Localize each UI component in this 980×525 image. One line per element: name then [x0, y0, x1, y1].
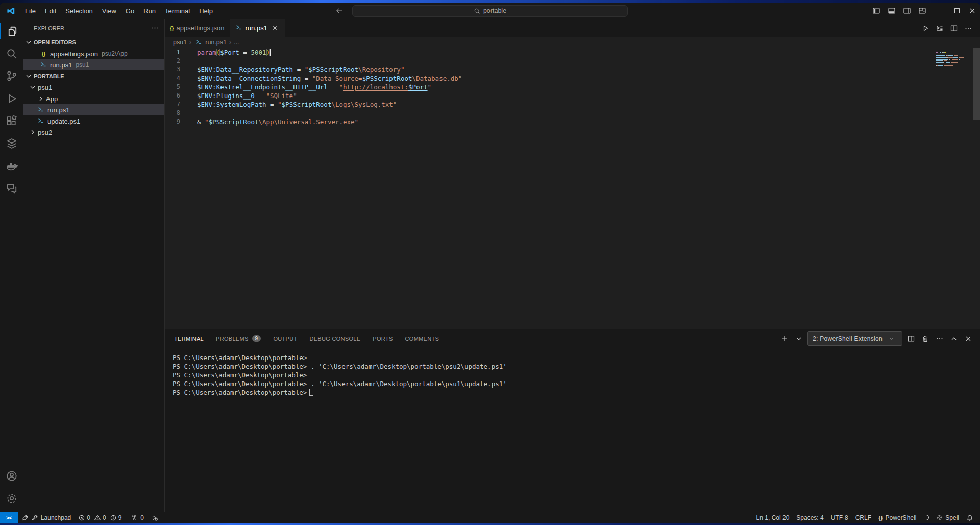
activity-settings[interactable] — [0, 487, 23, 510]
tree-item-psu1[interactable]: psu1 — [23, 82, 164, 93]
menu-view[interactable]: View — [97, 6, 121, 16]
code-text: $ENV:Data__ConnectionString = "Data Sour… — [197, 74, 462, 83]
language-mode[interactable]: {}PowerShell — [875, 512, 920, 523]
tab-appsettings.json[interactable]: {}appsettings.json — [165, 19, 230, 37]
status-label: UTF-8 — [831, 514, 848, 521]
token: ) — [266, 49, 271, 56]
close-tab[interactable] — [271, 23, 280, 33]
token: $ENV:Plugins__0 — [197, 92, 255, 100]
layout-controls — [869, 3, 930, 18]
problems-summary[interactable]: 009 — [75, 512, 127, 523]
cursor-position[interactable]: Ln 1, Col 20 — [753, 512, 793, 523]
tab-run.ps1[interactable]: run.ps1 — [230, 19, 285, 37]
code-text: $ENV:Kestrel__Endpoints__HTTP__Url = "ht… — [197, 83, 431, 91]
menu-help[interactable]: Help — [194, 6, 217, 16]
maximize-icon[interactable] — [949, 3, 965, 18]
panel-tab-debug-console[interactable]: DEBUG CONSOLE — [309, 329, 360, 347]
activity-explorer[interactable] — [0, 20, 23, 42]
activity-docker[interactable] — [0, 155, 23, 177]
minimap-line — [936, 57, 973, 58]
open-editor-item[interactable]: {}appsettings.jsonpsu2\App — [23, 48, 164, 59]
menu-run[interactable]: Run — [139, 6, 160, 16]
minimap[interactable] — [936, 52, 973, 67]
json-file-icon: {} — [170, 25, 174, 31]
problems-count: 9 — [118, 514, 122, 521]
code-editor[interactable]: 1param($Port = 5001)23$ENV:Data__Reposit… — [165, 48, 980, 329]
run-with-profile-icon[interactable] — [933, 21, 946, 35]
terminal-output[interactable]: PS C:\Users\adamr\Desktop\portable>PS C:… — [165, 347, 980, 512]
open-editors-header[interactable]: OPEN EDITORS — [23, 37, 164, 48]
folder-section-header[interactable]: PORTABLE — [23, 70, 164, 82]
terminal-line: PS C:\Users\adamr\Desktop\portable> — [173, 388, 980, 397]
split-editor-icon[interactable] — [947, 21, 961, 35]
run-script-icon[interactable] — [919, 21, 932, 35]
tree-item-App[interactable]: App — [23, 93, 164, 104]
maximize-panel-icon[interactable] — [948, 333, 960, 344]
terminal-instance-select[interactable]: 2: PowerShell Extension — [807, 331, 902, 346]
panel-tab-problems[interactable]: PROBLEMS9 — [216, 329, 261, 347]
tree-item-runps1[interactable]: run.ps1 — [23, 104, 164, 115]
toggle-secondary-sidebar-icon[interactable] — [899, 3, 915, 18]
ports-forwarded[interactable]: 0 — [127, 512, 148, 523]
command-center-search[interactable]: portable — [352, 5, 628, 17]
minimap-line — [936, 60, 973, 61]
panel-actions: 2: PowerShell Extension — [779, 331, 980, 346]
open-editor-item[interactable]: run.ps1psu1 — [23, 59, 164, 70]
launchpad-button[interactable]: Launchpad — [18, 512, 75, 523]
plus-icon[interactable] — [779, 333, 790, 344]
line-number: 8 — [165, 109, 180, 117]
activity-layers[interactable] — [0, 132, 23, 155]
chevron-down — [29, 83, 37, 91]
breadcrumb[interactable]: psu1›run.ps1›... — [165, 37, 980, 48]
activity-account[interactable] — [0, 465, 23, 487]
section-label: PORTABLE — [34, 73, 64, 79]
menu-terminal[interactable]: Terminal — [160, 6, 194, 16]
panel-tab-comments[interactable]: COMMENTS — [405, 329, 439, 347]
kill-terminal-icon[interactable] — [920, 333, 931, 344]
menu-selection[interactable]: Selection — [61, 6, 97, 16]
problems-badge: 9 — [252, 335, 261, 342]
notifications[interactable] — [963, 512, 977, 523]
status-bar-right: Ln 1, Col 20Spaces: 4UTF-8CRLF{}PowerShe… — [753, 512, 980, 523]
activity-search[interactable] — [0, 42, 23, 65]
workbench: EXPLORER OPEN EDITORS{}appsettings.jsonp… — [0, 19, 980, 512]
remote-indicator[interactable]: >< — [0, 512, 18, 523]
encoding[interactable]: UTF-8 — [827, 512, 852, 523]
activity-run-and-debug[interactable] — [0, 87, 23, 110]
close-panel-icon[interactable] — [963, 333, 974, 344]
split-terminal-icon[interactable] — [905, 333, 917, 344]
activity-source-control[interactable] — [0, 65, 23, 87]
toggle-panel-icon[interactable] — [884, 3, 899, 18]
spell-checker[interactable]: Spell — [933, 512, 963, 523]
go-back-icon[interactable] — [334, 6, 345, 16]
explorer-more-actions-icon[interactable] — [149, 22, 160, 34]
close-icon[interactable] — [965, 3, 980, 18]
code-text: $ENV:Data__RepositoryPath = "$PSScriptRo… — [197, 65, 404, 74]
menu-edit[interactable]: Edit — [40, 6, 61, 16]
panel-tab-ports[interactable]: PORTS — [373, 329, 393, 347]
eol[interactable]: CRLF — [852, 512, 875, 523]
menu-go[interactable]: Go — [121, 6, 139, 16]
customize-layout-icon[interactable] — [915, 3, 930, 18]
editor-scrollbar[interactable] — [973, 48, 980, 120]
launch-profile-dropdown-icon[interactable] — [793, 333, 804, 344]
minimap-line — [936, 59, 973, 60]
toggle-primary-sidebar-icon[interactable] — [869, 3, 884, 18]
activity-comments[interactable] — [0, 177, 23, 200]
activity-extensions[interactable] — [0, 110, 23, 132]
menu-file[interactable]: File — [20, 6, 40, 16]
more-actions-icon[interactable] — [962, 21, 975, 35]
tree-item-psu2[interactable]: psu2 — [23, 127, 164, 138]
close[interactable] — [30, 61, 38, 69]
panel-tab-output[interactable]: OUTPUT — [273, 329, 297, 347]
chevron-down-icon — [24, 72, 33, 80]
panel-more-actions-icon[interactable] — [934, 333, 945, 344]
minimize-icon[interactable] — [934, 3, 949, 18]
token: $Port — [220, 49, 239, 56]
tree-item-updateps1[interactable]: update.ps1 — [23, 115, 164, 127]
indentation[interactable]: Spaces: 4 — [793, 512, 827, 523]
panel-tab-terminal[interactable]: TERMINAL — [174, 329, 204, 347]
debug-status[interactable] — [148, 512, 162, 523]
code-line-3: 3$ENV:Data__RepositoryPath = "$PSScriptR… — [165, 65, 980, 74]
token: "SQLite" — [266, 92, 297, 100]
